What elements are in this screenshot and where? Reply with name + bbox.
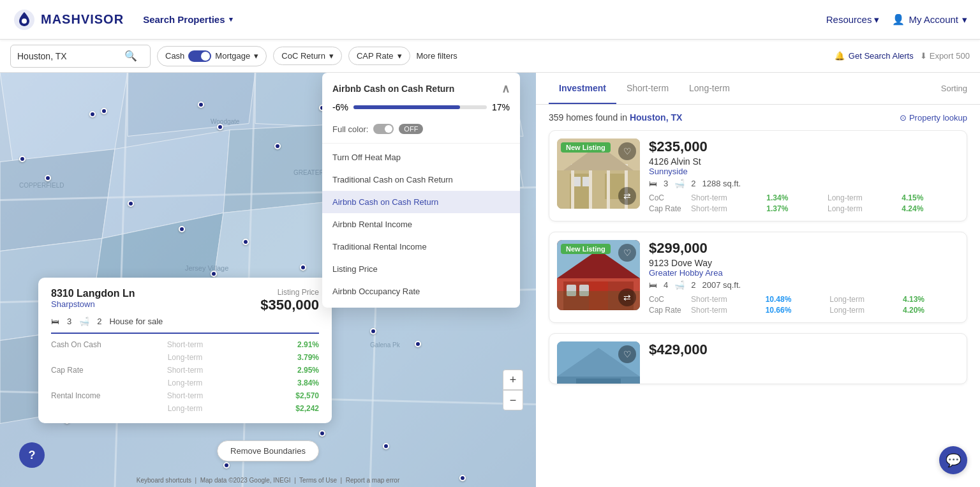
map-pin[interactable] <box>383 443 389 449</box>
map-pin[interactable] <box>459 475 466 481</box>
homes-count: 359 <box>549 112 563 123</box>
export-label: Export <box>930 51 954 61</box>
map-pin[interactable] <box>300 264 306 271</box>
map-pin[interactable] <box>415 341 421 347</box>
more-filters-button[interactable]: More filters <box>417 51 457 61</box>
toggle-switch[interactable] <box>188 50 211 62</box>
export-button[interactable]: ⬇ Export 500 <box>920 51 970 61</box>
bed-icon-1: 🛏 <box>649 179 657 188</box>
cap-long-term: Long-term <box>140 378 230 387</box>
svg-point-1 <box>22 19 27 24</box>
favorite-button-3[interactable]: ♡ <box>618 345 636 363</box>
popup-price: $350,000 <box>260 297 319 313</box>
property-info-2: $299,000 9123 Dove Way Greater Hobby Are… <box>649 240 959 315</box>
map-pin[interactable] <box>128 200 134 207</box>
dropdown-close-button[interactable]: ∧ <box>501 82 510 96</box>
map-pin[interactable] <box>101 108 107 114</box>
popup-address: 8310 Langdon Ln <box>51 288 135 299</box>
new-listing-badge-2: New Listing <box>561 244 611 254</box>
map-pin[interactable] <box>242 239 249 245</box>
airbnb-rental-item[interactable]: Airbnb Rental Income <box>322 213 520 236</box>
cap-st-label-1: Short-term <box>691 204 762 213</box>
popup-listing-label: Listing Price <box>260 288 319 297</box>
favorite-button-2[interactable]: ♡ <box>618 244 636 262</box>
full-color-toggle[interactable] <box>373 124 394 134</box>
my-account-label: My Account <box>909 14 958 25</box>
results-tabs: Investment Short-term Long-term Sorting <box>536 73 980 105</box>
search-properties-nav[interactable]: Search Properties ▾ <box>143 14 232 25</box>
chat-button[interactable]: 💬 <box>939 446 967 474</box>
card-address-2: 9123 Dove Way <box>649 258 959 268</box>
toggle-knob <box>201 52 210 61</box>
zoom-in-button[interactable]: + <box>503 370 523 390</box>
bed-icon-2: 🛏 <box>649 280 657 290</box>
listing-price-item[interactable]: Listing Price <box>322 258 520 280</box>
location-input[interactable] <box>17 51 119 61</box>
coc-return-filter[interactable]: CoC Return ▾ <box>273 47 342 65</box>
resources-button[interactable]: Resources ▾ <box>826 14 880 26</box>
svg-rect-39 <box>607 164 610 209</box>
map-pin[interactable] <box>370 328 376 334</box>
report-link[interactable]: Report a map error <box>346 477 399 484</box>
map-pin[interactable] <box>179 226 185 232</box>
more-filters-label: More filters <box>417 51 457 61</box>
get-alerts-button[interactable]: 🔔 Get Search Alerts <box>835 51 914 61</box>
popup-address-block: 8310 Langdon Ln Sharpstown <box>51 288 135 314</box>
cap-st-val-1: 1.37% <box>766 204 824 213</box>
map-pin[interactable] <box>223 462 230 468</box>
map-pin[interactable] <box>274 143 281 149</box>
popup-details: 🛏 3 🛁 2 House for sale <box>51 317 319 334</box>
coc-lt-label-1: Long-term <box>828 193 898 202</box>
rental-long-spacer <box>51 404 140 413</box>
map-zoom-controls: + − <box>503 370 523 410</box>
range-fill <box>353 105 460 109</box>
traditional-coc-item[interactable]: Traditional Cash on Cash Return <box>322 169 520 191</box>
popup-baths: 2 <box>97 317 101 326</box>
cash-mortgage-chevron: ▾ <box>254 51 258 61</box>
map-pin[interactable] <box>89 111 96 117</box>
cap-rate-label: CAP Rate <box>357 51 394 61</box>
export-icon: ⬇ <box>920 51 927 61</box>
bath-icon-2: 🛁 <box>674 280 685 290</box>
airbnb-coc-item[interactable]: Airbnb Cash on Cash Return <box>322 191 520 213</box>
card-neighborhood-1: Sunnyside <box>649 167 708 176</box>
property-lookup-button[interactable]: ⊙ Property lookup <box>900 113 967 123</box>
search-icon[interactable]: 🔍 <box>124 50 137 62</box>
popup-type: House for sale <box>109 317 163 326</box>
property-image-2: ♡ ⇄ New Listing <box>557 240 640 310</box>
zoom-out-button[interactable]: − <box>503 390 523 410</box>
my-account-chevron: ▾ <box>962 14 967 26</box>
map-pin[interactable] <box>211 271 217 277</box>
airbnb-occupancy-item[interactable]: Airbnb Occupancy Rate <box>322 280 520 303</box>
compare-button-2[interactable]: ⇄ <box>618 288 636 306</box>
sorting-button[interactable]: Sorting <box>941 84 967 93</box>
dropdown-header: Airbnb Cash on Cash Return ∧ <box>322 73 520 102</box>
cap-lt-label-2: Long-term <box>829 306 899 315</box>
traditional-rental-item[interactable]: Traditional Rental Income <box>322 236 520 258</box>
map-pin[interactable] <box>198 101 204 108</box>
terms-link[interactable]: Terms of Use <box>299 477 337 484</box>
remove-boundaries-button[interactable]: Remove Boundaries <box>217 440 319 461</box>
map-pin[interactable] <box>19 156 26 162</box>
map-pin[interactable] <box>319 430 325 437</box>
range-bar[interactable] <box>353 105 487 109</box>
tab-long-term[interactable]: Long-term <box>679 73 740 104</box>
heatmap-dropdown: Airbnb Cash on Cash Return ∧ -6% 17% Ful… <box>322 73 520 308</box>
keyboard-shortcuts[interactable]: Keyboard shortcuts <box>137 477 191 484</box>
my-account-button[interactable]: 👤 My Account ▾ <box>892 13 967 26</box>
favorite-button-1[interactable]: ♡ <box>618 142 636 160</box>
map-pin[interactable] <box>45 175 51 181</box>
card-baths-2: 2 <box>691 280 695 290</box>
help-button[interactable]: ? <box>19 442 45 468</box>
compare-button-1[interactable]: ⇄ <box>618 187 636 205</box>
tab-investment[interactable]: Investment <box>549 73 616 104</box>
coc-short-term: Short-term <box>140 340 230 349</box>
cash-mortgage-toggle[interactable]: Cash Mortgage ▾ <box>157 46 267 66</box>
map-pin[interactable] <box>217 124 223 130</box>
tab-short-term[interactable]: Short-term <box>616 73 679 104</box>
cap-rate-filter[interactable]: CAP Rate ▾ <box>348 47 410 65</box>
coc-return-label: CoC Return <box>281 51 325 61</box>
popup-neighborhood: Sharpstown <box>51 299 135 309</box>
turn-off-heatmap-item[interactable]: Turn Off Heat Map <box>322 146 520 169</box>
svg-text:COPPERFIELD: COPPERFIELD <box>19 182 64 189</box>
